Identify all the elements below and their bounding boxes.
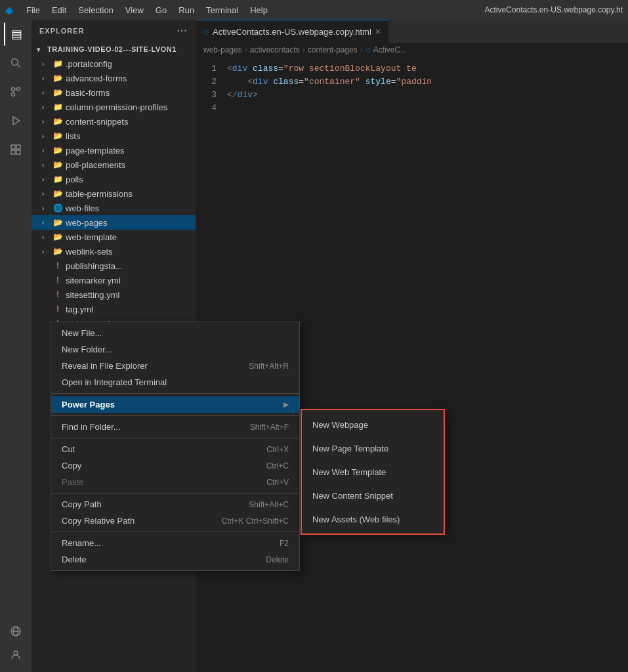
menu-divider-3	[51, 438, 299, 438]
context-menu-new-file[interactable]: New File...	[51, 325, 299, 341]
context-menu-delete[interactable]: Delete Delete	[51, 551, 299, 568]
context-menu: New File... New Folder... Reveal in File…	[51, 322, 300, 571]
menu-help[interactable]: Help	[245, 4, 273, 16]
vscode-logo: ◆	[5, 4, 13, 16]
menu-item-label: New File...	[62, 328, 102, 338]
menu-divider-4	[51, 493, 299, 494]
menu-go[interactable]: Go	[150, 4, 172, 16]
submenu-new-assets[interactable]: New Assets (Web files)	[302, 507, 444, 531]
context-menu-new-folder[interactable]: New Folder...	[51, 341, 299, 358]
menu-selection[interactable]: Selection	[73, 4, 118, 16]
menu-item-label: New Folder...	[62, 345, 112, 354]
menu-item-label: Paste	[62, 477, 83, 487]
menu-bar: File Edit Selection View Go Run Terminal…	[21, 4, 273, 16]
submenu-arrow-icon: ▶	[283, 401, 289, 408]
menu-shortcut: F2	[280, 539, 289, 548]
context-menu-reveal[interactable]: Reveal in File Explorer Shift+Alt+R	[51, 358, 299, 374]
context-menu-paste: Paste Ctrl+V	[51, 474, 299, 490]
context-menu-power-pages[interactable]: Power Pages ▶	[51, 396, 299, 413]
menu-shortcut: Shift+Alt+R	[249, 362, 289, 371]
menu-shortcut: Shift+Alt+F	[250, 423, 289, 432]
submenu-item-label: New Page Template	[312, 444, 388, 453]
submenu-new-content-snippet[interactable]: New Content Snippet	[302, 484, 444, 507]
menu-item-label: Copy Relative Path	[62, 516, 135, 526]
menu-item-label: Power Pages	[62, 400, 115, 410]
context-menu-copy-relative[interactable]: Copy Relative Path Ctrl+K Ctrl+Shift+C	[51, 513, 299, 529]
submenu-item-label: New Webpage	[312, 420, 368, 430]
menu-item-label: Delete	[62, 555, 87, 564]
submenu-item-label: New Assets (Web files)	[312, 514, 400, 524]
context-menu-cut[interactable]: Cut Ctrl+X	[51, 441, 299, 457]
submenu-item-label: New Web Template	[312, 467, 386, 477]
menu-item-label: Reveal in File Explorer	[62, 361, 148, 371]
submenu-new-page-template[interactable]: New Page Template	[302, 436, 444, 460]
menu-item-label: Find in Folder...	[62, 422, 121, 432]
menu-item-label: Cut	[62, 444, 75, 454]
submenu-new-webpage[interactable]: New Webpage	[302, 413, 444, 436]
menu-run[interactable]: Run	[173, 4, 199, 16]
menu-item-label: Copy Path	[62, 499, 102, 509]
context-menu-rename[interactable]: Rename... F2	[51, 535, 299, 551]
submenu-item-label: New Content Snippet	[312, 491, 393, 501]
menu-edit[interactable]: Edit	[47, 4, 72, 16]
titlebar-filename: ActiveContacts.en-US.webpage.copy.ht	[484, 5, 623, 14]
menu-shortcut: Ctrl+V	[266, 478, 289, 487]
menu-shortcut: Ctrl+K Ctrl+Shift+C	[222, 516, 289, 526]
menu-shortcut: Ctrl+C	[266, 461, 289, 471]
titlebar: ◆ File Edit Selection View Go Run Termin…	[0, 0, 628, 20]
menu-view[interactable]: View	[120, 4, 149, 16]
menu-divider-2	[51, 415, 299, 416]
submenu-new-web-template[interactable]: New Web Template	[302, 460, 444, 484]
context-menu-find-folder[interactable]: Find in Folder... Shift+Alt+F	[51, 419, 299, 435]
menu-shortcut: Delete	[266, 555, 289, 564]
menu-terminal[interactable]: Terminal	[201, 4, 243, 16]
menu-shortcut: Ctrl+X	[266, 445, 289, 454]
menu-item-label: Rename...	[62, 538, 101, 548]
menu-file[interactable]: File	[21, 4, 45, 16]
menu-divider-5	[51, 532, 299, 532]
menu-item-label: Open in Integrated Terminal	[62, 377, 167, 387]
context-menu-copy-path[interactable]: Copy Path Shift+Alt+C	[51, 496, 299, 513]
power-pages-submenu: New Webpage New Page Template New Web Te…	[301, 409, 445, 535]
context-menu-overlay: New File... New Folder... Reveal in File…	[0, 20, 628, 672]
menu-shortcut: Shift+Alt+C	[249, 500, 289, 509]
menu-divider-1	[51, 393, 299, 394]
context-menu-open-terminal[interactable]: Open in Integrated Terminal	[51, 374, 299, 390]
menu-item-label: Copy	[62, 461, 81, 471]
context-menu-copy[interactable]: Copy Ctrl+C	[51, 457, 299, 474]
